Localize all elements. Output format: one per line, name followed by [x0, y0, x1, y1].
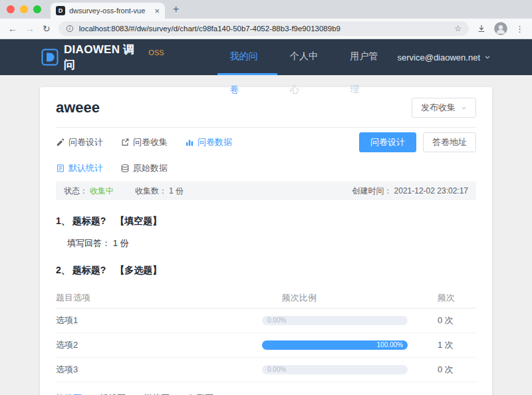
account-email: service@diaowen.net — [398, 53, 480, 63]
tab-survey-collect[interactable]: 问卷收集 — [120, 136, 168, 148]
bar-chart-icon — [185, 138, 194, 147]
table-header-row: 题目选项 频次比例 频次 — [56, 287, 476, 309]
tab-close-icon[interactable]: × — [154, 7, 160, 15]
window-controls — [7, 5, 41, 13]
chart-tab-line[interactable]: 拆线图 — [100, 392, 126, 395]
collect-count-label: 收集数： — [135, 186, 167, 197]
subtab-label: 原始数据 — [133, 162, 168, 174]
table-row: 选项2 100.00% 1 次 — [56, 333, 476, 358]
progress-track: 0.00% — [262, 316, 408, 325]
tab-title: dwsurvey-oss-front-vue — [69, 7, 150, 15]
count-value: 0 次 — [438, 315, 476, 327]
question-type-tag: 【填空题】 — [115, 215, 162, 226]
survey-card: aweee 发布收集 问卷设计 问卷收集 — [40, 87, 492, 395]
browser-toolbar: ← → ↻ localhost:8083/#/dw/survey/d/chart… — [0, 19, 532, 39]
answer-value: 1 份 — [113, 238, 129, 248]
answer-url-button[interactable]: 答卷地址 — [423, 132, 476, 152]
progress-track: 0.00% — [262, 365, 408, 374]
option-label: 选项2 — [56, 339, 262, 351]
chart-type-tabs: 柱状图 拆线图 拼状图 条形图 — [56, 392, 476, 395]
status-value: 收集中 — [90, 186, 114, 197]
progress-cell: 0.00% — [262, 365, 438, 374]
share-icon — [120, 138, 130, 147]
profile-avatar[interactable] — [494, 22, 507, 35]
chart-tab-pie[interactable]: 拼状图 — [144, 392, 170, 395]
window-close-button[interactable] — [7, 5, 15, 13]
status-bar: 状态： 收集中 收集数： 1 份 创建时间： 2021-12-02 23:02:… — [56, 182, 476, 200]
count-value: 1 次 — [438, 339, 476, 351]
window-zoom-button[interactable] — [33, 5, 41, 13]
back-button[interactable]: ← — [8, 24, 17, 33]
app-header: DIAOWEN 调问 OSS 我的问卷 个人中心 用户管理 service@di… — [0, 39, 532, 75]
created-time-value: 2021-12-02 23:02:17 — [394, 186, 468, 196]
option-label: 选项3 — [56, 364, 262, 376]
publish-collect-label: 发布收集 — [421, 102, 456, 114]
subtab-raw-data[interactable]: 原始数据 — [120, 162, 168, 174]
survey-tabs-row: 问卷设计 问卷收集 问卷数据 问卷设计 答卷地址 — [56, 128, 476, 157]
status-label: 状态： — [64, 186, 88, 197]
question-index: 2、 — [56, 265, 70, 275]
question-title: 题标题? — [72, 215, 106, 226]
percent-label: 0.00% — [267, 366, 286, 373]
address-bar[interactable]: localhost:8083/#/dw/survey/d/chart/c98fa… — [59, 21, 469, 36]
question-2-header: 2、题标题?【多选题】 — [56, 265, 476, 277]
answer-label: 填写回答： — [67, 238, 110, 248]
publish-collect-button[interactable]: 发布收集 — [412, 98, 476, 118]
page-content: aweee 发布收集 问卷设计 问卷收集 — [0, 75, 532, 395]
reload-button[interactable]: ↻ — [43, 24, 51, 33]
progress-fill: 100.00% — [262, 340, 408, 350]
chevron-down-icon — [484, 54, 491, 61]
nav-item-personal-center[interactable]: 个人中心 — [277, 39, 337, 75]
collect-count-value: 1 份 — [169, 186, 184, 197]
site-info-icon[interactable] — [66, 25, 74, 33]
subtab-default-stats[interactable]: 默认统计 — [56, 162, 103, 174]
tab-survey-design[interactable]: 问卷设计 — [56, 136, 103, 148]
diaowen-logo-icon — [41, 49, 59, 66]
main-nav: 我的问卷 个人中心 用户管理 — [217, 39, 398, 75]
clipboard-icon — [56, 164, 65, 173]
stats-subtabs: 默认统计 原始数据 — [56, 157, 476, 180]
nav-item-my-surveys[interactable]: 我的问卷 — [217, 39, 277, 75]
question-1-header: 1、题标题?【填空题】 — [56, 215, 476, 227]
question-1-answer-line: 填写回答： 1 份 — [67, 237, 476, 249]
database-icon — [120, 164, 130, 173]
logo-text: DIAOWEN 调问 — [64, 42, 141, 72]
bookmark-star-icon[interactable]: ☆ — [454, 25, 462, 33]
options-table: 题目选项 频次比例 频次 选项1 0.00% 0 次 选项2 — [56, 287, 476, 382]
browser-tab[interactable]: D dwsurvey-oss-front-vue × — [51, 3, 165, 19]
oss-badge: OSS — [148, 49, 164, 57]
progress-cell: 0.00% — [262, 316, 438, 325]
browser-menu-icon[interactable]: ⋮ — [515, 25, 524, 33]
new-tab-button[interactable]: + — [173, 4, 179, 15]
question-title: 题标题? — [72, 265, 106, 275]
count-value: 0 次 — [438, 364, 476, 376]
tab-label: 问卷设计 — [68, 136, 103, 148]
url-text: localhost:8083/#/dw/survey/d/chart/c98fa… — [79, 25, 450, 33]
chevron-down-icon — [461, 105, 467, 111]
survey-title: aweee — [56, 99, 100, 116]
tab-label: 问卷收集 — [133, 136, 168, 148]
progress-cell: 100.00% — [262, 340, 438, 350]
browser-tab-strip: D dwsurvey-oss-front-vue × + — [0, 0, 532, 19]
downloads-icon[interactable] — [477, 24, 486, 33]
survey-design-button[interactable]: 问卷设计 — [359, 132, 416, 152]
app-logo[interactable]: DIAOWEN 调问 OSS — [41, 42, 164, 72]
header-count: 频次 — [438, 292, 476, 304]
option-label: 选项1 — [56, 315, 262, 327]
tab-label: 问卷数据 — [198, 136, 232, 148]
table-row: 选项1 0.00% 0 次 — [56, 309, 476, 333]
subtab-label: 默认统计 — [68, 162, 103, 174]
account-menu[interactable]: service@diaowen.net — [398, 53, 491, 63]
header-option: 题目选项 — [56, 292, 262, 304]
tab-survey-data[interactable]: 问卷数据 — [185, 136, 232, 148]
action-buttons: 问卷设计 答卷地址 — [359, 132, 476, 152]
percent-label: 100.00% — [377, 342, 403, 348]
chart-tab-hbar[interactable]: 条形图 — [188, 392, 213, 395]
nav-item-user-management[interactable]: 用户管理 — [337, 39, 397, 75]
window-minimize-button[interactable] — [20, 5, 28, 13]
question-index: 1、 — [56, 215, 70, 226]
pencil-icon — [56, 138, 65, 147]
forward-button[interactable]: → — [25, 24, 35, 33]
chart-tab-bar[interactable]: 柱状图 — [56, 392, 82, 395]
question-type-tag: 【多选题】 — [115, 265, 162, 275]
